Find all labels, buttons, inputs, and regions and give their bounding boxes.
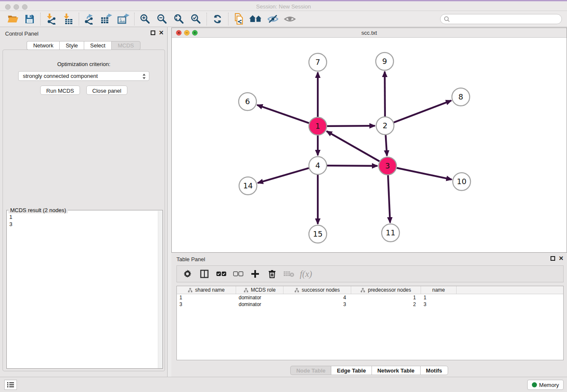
mcds-result-text[interactable]: 1 3 — [7, 210, 162, 231]
graph-node-14[interactable]: 14 — [239, 177, 257, 195]
home-layout-icon[interactable] — [248, 13, 264, 25]
criterion-value: strongly connected component — [23, 73, 98, 79]
result-scrollbar[interactable] — [158, 211, 162, 368]
graph-node-11[interactable]: 11 — [382, 224, 399, 242]
close-table-panel-icon[interactable]: ✕ — [559, 256, 564, 261]
export-network-icon[interactable] — [81, 13, 98, 25]
cell-predecessor-nodes: 1 — [351, 295, 421, 301]
run-mcds-button[interactable]: Run MCDS — [40, 86, 80, 95]
import-table-icon[interactable] — [60, 13, 77, 25]
edge-3-1[interactable] — [327, 131, 380, 161]
svg-text:8: 8 — [458, 92, 463, 101]
tab-style[interactable]: Style — [59, 41, 84, 50]
cell-mcds-role: dominator — [236, 301, 284, 307]
export-image-icon[interactable] — [115, 13, 132, 25]
column-label: successor nodes — [302, 287, 340, 293]
graph-node-1[interactable]: 1 — [309, 117, 327, 135]
sort-tree-icon — [244, 288, 248, 293]
edge-3-11[interactable] — [388, 175, 390, 223]
new-network-from-file-icon[interactable] — [231, 13, 248, 25]
edge-2-8[interactable] — [394, 101, 451, 123]
column-header-shared-name[interactable]: shared name — [177, 286, 236, 294]
svg-text:11: 11 — [386, 228, 396, 237]
mcds-result-box: MCDS result (2 nodes) 1 3 — [6, 210, 163, 369]
zoom-out-icon[interactable] — [154, 13, 171, 25]
edge-1-6[interactable] — [257, 105, 309, 123]
tab-edge-table[interactable]: Edge Table — [331, 366, 371, 375]
tab-mcds[interactable]: MCDS — [111, 41, 140, 50]
export-table-icon[interactable] — [98, 13, 115, 25]
tab-select[interactable]: Select — [84, 41, 111, 50]
table-panel: Table Panel ✕ f(x) — [171, 253, 567, 377]
cell-shared-name: 3 — [177, 301, 236, 307]
graph-node-9[interactable]: 9 — [376, 52, 394, 70]
network-window-titlebar[interactable]: ✕ − + scc.txt — [172, 28, 567, 38]
zoom-in-icon[interactable] — [137, 13, 154, 25]
control-panel-title: Control Panel — [5, 30, 39, 37]
cell-name: 1 — [421, 295, 457, 301]
tab-node-table[interactable]: Node Table — [290, 366, 331, 375]
graph-node-10[interactable]: 10 — [453, 173, 471, 190]
select-all-rows-icon[interactable] — [216, 268, 227, 279]
close-panel-button[interactable]: Close panel — [86, 86, 127, 95]
svg-text:14: 14 — [243, 181, 253, 190]
toolbar-separator — [40, 13, 41, 25]
graph-node-3[interactable]: 3 — [379, 157, 396, 175]
edge-4-14[interactable] — [258, 168, 309, 183]
table-settings-icon[interactable] — [182, 268, 193, 279]
control-panel: Control Panel ✕ Network Style Select MCD… — [0, 27, 168, 377]
toolbar-separator — [228, 13, 228, 25]
edge-1-2[interactable] — [327, 126, 375, 126]
delete-columns-icon[interactable] — [267, 268, 278, 279]
add-column-icon[interactable] — [250, 268, 261, 279]
graph-node-7[interactable]: 7 — [309, 53, 327, 71]
zoom-fit-icon[interactable] — [171, 13, 187, 25]
edge-2-3[interactable] — [385, 135, 387, 156]
split-pane-icon[interactable] — [199, 268, 210, 279]
float-table-panel-icon[interactable] — [550, 256, 555, 261]
task-history-button[interactable] — [4, 380, 17, 390]
edge-4-3[interactable] — [327, 166, 377, 166]
tab-network-table[interactable]: Network Table — [372, 366, 420, 375]
graph-node-15[interactable]: 15 — [309, 225, 327, 243]
zoom-selected-icon[interactable] — [187, 13, 204, 25]
toolbar-separator — [134, 13, 135, 25]
hide-selected-icon[interactable] — [264, 13, 281, 25]
refresh-layout-icon[interactable] — [209, 13, 226, 25]
edge-2-9[interactable] — [385, 72, 385, 116]
float-panel-icon[interactable] — [151, 30, 155, 35]
edge-3-10[interactable] — [397, 168, 452, 179]
window-titlebar: Session: New Session — [0, 0, 567, 11]
close-panel-icon[interactable]: ✕ — [159, 30, 164, 35]
tab-network[interactable]: Network — [27, 41, 59, 50]
deselect-all-rows-icon[interactable] — [233, 268, 244, 279]
graph-node-8[interactable]: 8 — [452, 88, 470, 106]
svg-text:10: 10 — [457, 177, 467, 186]
table-row[interactable]: 3 dominator 3 2 3 — [177, 301, 563, 308]
table-row[interactable]: 1 dominator 4 1 1 — [177, 294, 563, 301]
cell-name: 3 — [421, 301, 457, 307]
svg-text:9: 9 — [382, 57, 387, 66]
network-canvas[interactable]: 7968124314101511 — [172, 38, 567, 252]
column-header-mcds-role[interactable]: MCDS role — [236, 286, 284, 294]
window-title: Session: New Session — [0, 3, 567, 10]
column-header-successor-nodes[interactable]: successor nodes — [284, 286, 351, 294]
criterion-select[interactable]: strongly connected component — [18, 71, 149, 81]
open-session-icon[interactable] — [4, 13, 21, 25]
import-network-icon[interactable] — [43, 13, 60, 25]
column-header-name[interactable]: name — [421, 286, 457, 294]
cell-successor-nodes: 4 — [284, 295, 351, 301]
graph-node-6[interactable]: 6 — [239, 93, 256, 110]
list-icon — [7, 382, 14, 388]
sort-tree-icon — [361, 288, 365, 293]
column-header-predecessor-nodes[interactable]: predecessor nodes — [351, 286, 421, 294]
show-all-icon[interactable] — [281, 13, 298, 25]
memory-button[interactable]: Memory — [527, 380, 564, 390]
save-session-icon[interactable] — [21, 13, 38, 25]
search-input[interactable] — [451, 15, 561, 23]
tab-motifs[interactable]: Motifs — [420, 366, 448, 375]
mcds-result-title: MCDS result (2 nodes) — [8, 207, 68, 213]
column-label: shared name — [195, 287, 225, 293]
graph-node-4[interactable]: 4 — [309, 157, 327, 174]
graph-node-2[interactable]: 2 — [376, 117, 394, 135]
